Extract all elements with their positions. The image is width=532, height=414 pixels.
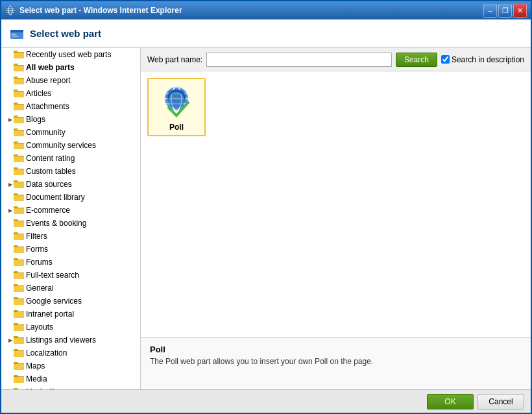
svg-rect-25 <box>14 260 24 260</box>
close-button[interactable]: ✕ <box>513 4 527 18</box>
search-input[interactable] <box>206 53 392 67</box>
tree-label: Custom tables <box>26 167 76 176</box>
expand-icon <box>4 258 12 266</box>
tree-label: Articles <box>26 89 51 98</box>
ie-icon <box>5 5 16 16</box>
poll-item-card[interactable]: Poll <box>147 78 206 136</box>
expand-icon: ▶ <box>4 180 12 188</box>
tree-items-container: Abuse report Articles Attachments▶ Blogs… <box>1 74 140 389</box>
expand-icon <box>4 219 12 227</box>
svg-rect-19 <box>14 182 24 182</box>
tree-label: Content rating <box>26 154 75 163</box>
tree-panel[interactable]: Recently used web parts All web parts Ab… <box>1 48 141 389</box>
window-title: Select web part - Windows Internet Explo… <box>19 6 182 15</box>
folder-icon <box>14 128 24 137</box>
tree-item-full-text-search[interactable]: Full-text search <box>1 269 140 282</box>
folder-icon <box>14 245 24 254</box>
svg-rect-6 <box>10 30 23 32</box>
tree-item-custom-tables[interactable]: Custom tables <box>1 165 140 178</box>
tree-item-filters[interactable]: Filters <box>1 230 140 243</box>
search-description-checkbox[interactable] <box>441 55 450 64</box>
folder-icon <box>14 297 24 306</box>
tree-item-content-rating[interactable]: Content rating <box>1 152 140 165</box>
folder-icon <box>14 141 24 150</box>
svg-rect-30 <box>14 324 24 325</box>
tree-item-media[interactable]: Media <box>1 372 140 385</box>
search-description-check[interactable]: Search in description <box>441 55 524 64</box>
description-text: The Poll web part allows you to insert y… <box>150 357 522 366</box>
tree-label: Filters <box>26 232 47 241</box>
tree-item-google-services[interactable]: Google services <box>1 295 140 308</box>
folder-icon <box>14 271 24 280</box>
poll-item-label: Poll <box>151 123 202 132</box>
restore-button[interactable]: ❐ <box>498 4 512 18</box>
svg-rect-26 <box>14 273 24 273</box>
tree-item-general[interactable]: General <box>1 282 140 295</box>
minimize-button[interactable]: – <box>483 4 497 18</box>
svg-rect-16 <box>14 143 24 143</box>
search-bar: Web part name: Search Search in descript… <box>141 48 531 71</box>
tree-item-attachments[interactable]: Attachments <box>1 100 140 113</box>
tree-item-listings-viewers[interactable]: ▶ Listings and viewers <box>1 334 140 347</box>
items-area[interactable]: Poll <box>141 71 531 337</box>
folder-icon <box>14 63 24 72</box>
expand-icon: ▶ <box>4 116 12 123</box>
ok-button[interactable]: OK <box>427 394 474 409</box>
svg-rect-31 <box>14 337 24 338</box>
tree-label: Forums <box>26 258 53 267</box>
folder-icon <box>14 232 24 241</box>
tree-item-forums[interactable]: Forums <box>1 256 140 269</box>
expand-icon <box>4 64 12 71</box>
svg-rect-23 <box>14 234 24 234</box>
tree-item-intranet-portal[interactable]: Intranet portal <box>1 308 140 321</box>
expand-icon <box>4 349 12 357</box>
title-bar-left: Select web part - Windows Internet Explo… <box>5 5 182 16</box>
tree-item-maps[interactable]: Maps <box>1 359 140 372</box>
tree-label: Data sources <box>26 180 72 189</box>
expand-icon <box>4 154 12 162</box>
main-window: Select web part - Windows Internet Explo… <box>0 0 532 414</box>
expand-icon <box>4 297 12 305</box>
tree-item-forms[interactable]: Forms <box>1 243 140 256</box>
tree-label: Listings and viewers <box>26 335 96 345</box>
tree-label: Full-text search <box>26 271 79 280</box>
tree-item-articles[interactable]: Articles <box>1 87 140 100</box>
expand-icon <box>4 77 12 84</box>
svg-rect-29 <box>14 311 24 312</box>
tree-item-abuse-report[interactable]: Abuse report <box>1 74 140 87</box>
tree-label: E-commerce <box>26 206 70 215</box>
folder-icon <box>14 206 24 215</box>
tree-item-community-services[interactable]: Community services <box>1 139 140 152</box>
tree-item-e-commerce[interactable]: ▶ E-commerce <box>1 204 140 217</box>
folder-icon <box>14 219 24 228</box>
tree-item-layouts[interactable]: Layouts <box>1 321 140 334</box>
tree-item-localization[interactable]: Localization <box>1 347 140 359</box>
expand-icon <box>4 375 12 383</box>
tree-item-document-library[interactable]: Document library <box>1 191 140 204</box>
svg-rect-14 <box>14 117 24 117</box>
svg-rect-18 <box>14 169 24 169</box>
tree-label: All web parts <box>26 63 75 72</box>
cancel-button[interactable]: Cancel <box>478 394 524 409</box>
tree-item-community[interactable]: Community <box>1 126 140 139</box>
tree-label: Blogs <box>26 115 45 124</box>
search-button[interactable]: Search <box>396 53 437 67</box>
main-content: Recently used web parts All web parts Ab… <box>1 48 531 389</box>
tree-label: Forms <box>26 245 48 254</box>
tree-item-all-web-parts[interactable]: All web parts <box>1 61 140 74</box>
folder-icon <box>14 50 24 59</box>
tree-item-data-sources[interactable]: ▶ Data sources <box>1 178 140 191</box>
folder-icon <box>14 89 24 98</box>
tree-item-blogs[interactable]: ▶ Blogs <box>1 113 140 126</box>
svg-rect-11 <box>14 78 24 79</box>
expand-icon: ▶ <box>4 336 12 344</box>
dialog-header-icon <box>9 26 25 42</box>
tree-item-events-booking[interactable]: Events & booking <box>1 217 140 230</box>
expand-icon <box>4 362 12 370</box>
svg-rect-15 <box>14 130 24 130</box>
tree-label: General <box>26 284 54 293</box>
folder-icon <box>14 258 24 267</box>
tree-item-recently-used[interactable]: Recently used web parts <box>1 48 140 61</box>
folder-icon <box>14 102 24 111</box>
expand-icon <box>4 128 12 136</box>
